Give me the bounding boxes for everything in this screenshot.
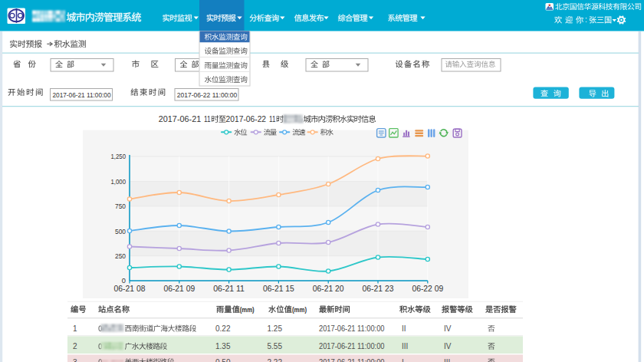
svg-text:06-21 11: 06-21 11: [213, 285, 245, 293]
svg-text:06-21 15: 06-21 15: [263, 285, 294, 293]
svg-text:750: 750: [115, 202, 126, 210]
svg-text:5.55: 5.55: [268, 342, 283, 350]
svg-text:3: 3: [73, 358, 77, 362]
svg-text:III: III: [402, 342, 408, 350]
svg-text:1.25: 1.25: [268, 324, 283, 333]
svg-text:1.35: 1.35: [215, 342, 231, 350]
svg-text:2017-06-21 11:00:00: 2017-06-21 11:00:00: [319, 358, 385, 362]
svg-text:2: 2: [73, 342, 77, 350]
svg-text:IV: IV: [444, 324, 452, 333]
svg-text:I: I: [402, 358, 404, 362]
svg-text:250: 250: [115, 252, 126, 260]
svg-text:0: 0: [122, 277, 126, 285]
svg-text:(mm): (mm): [240, 306, 255, 314]
svg-text:1: 1: [73, 324, 77, 333]
svg-text:06-21 09: 06-21 09: [163, 285, 195, 293]
svg-text:2017-06-21 11:00:00: 2017-06-21 11:00:00: [53, 90, 111, 99]
svg-text:II: II: [402, 324, 406, 333]
svg-text:IV: IV: [444, 342, 452, 350]
svg-text:06-21 23: 06-21 23: [363, 285, 394, 293]
svg-text:1,000: 1,000: [111, 178, 127, 186]
svg-text:11: 11: [204, 114, 211, 123]
svg-text:06-21 20: 06-21 20: [313, 285, 344, 293]
svg-text:2017-06-21 11:00:00: 2017-06-21 11:00:00: [319, 342, 385, 350]
svg-text:2017-06-21: 2017-06-21: [159, 114, 201, 123]
svg-text:500: 500: [115, 228, 126, 235]
svg-text:2017-06-22: 2017-06-22: [226, 114, 267, 123]
svg-text:III: III: [444, 358, 450, 362]
svg-text:2017-06-21 11:00:00: 2017-06-21 11:00:00: [319, 324, 385, 333]
svg-text:2.22: 2.22: [268, 358, 283, 362]
svg-text::: :: [585, 15, 587, 24]
svg-text:1,250: 1,250: [111, 153, 127, 160]
svg-text:06-22 09: 06-22 09: [412, 285, 443, 293]
svg-text:0.22: 0.22: [215, 324, 231, 333]
svg-text:(mm): (mm): [292, 306, 307, 314]
svg-text:06-21 08: 06-21 08: [114, 285, 146, 293]
svg-text:11: 11: [269, 114, 275, 123]
svg-text:0.50: 0.50: [215, 358, 231, 362]
svg-text:2017-06-22 11:00:00: 2017-06-22 11:00:00: [177, 90, 237, 99]
